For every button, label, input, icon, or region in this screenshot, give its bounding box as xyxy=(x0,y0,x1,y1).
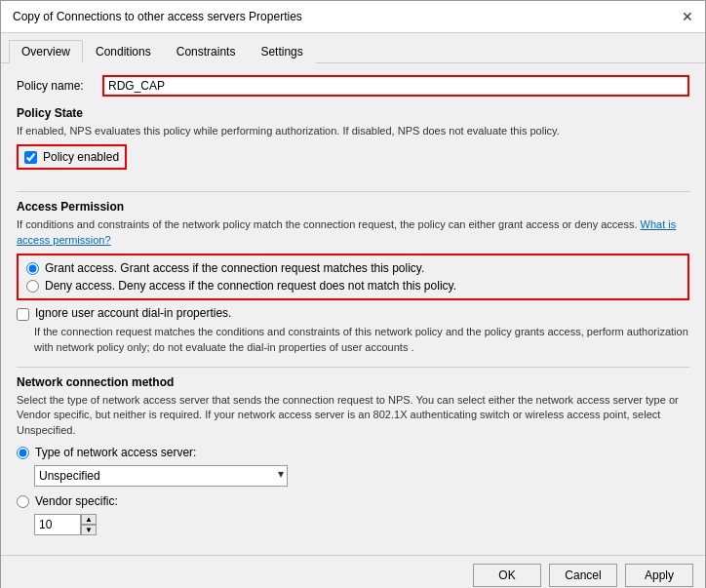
window-title: Copy of Connections to other access serv… xyxy=(13,10,302,23)
type-radio[interactable] xyxy=(17,447,29,459)
tab-conditions[interactable]: Conditions xyxy=(83,40,164,63)
vendor-spinner-wrap: ▲ ▼ xyxy=(34,514,689,535)
tab-settings[interactable]: Settings xyxy=(248,40,315,63)
deny-access-label[interactable]: Deny access. Deny access if the connecti… xyxy=(45,279,456,293)
ignore-dial-label[interactable]: Ignore user account dial-in properties. xyxy=(35,306,231,320)
policy-enabled-checkbox-wrapper: Policy enabled xyxy=(17,144,127,170)
policy-name-row: Policy name: xyxy=(17,75,689,97)
network-section: Network connection method Select the typ… xyxy=(17,375,689,535)
type-select-wrap: Unspecified xyxy=(34,465,689,487)
policy-state-desc: If enabled, NPS evaluates this policy wh… xyxy=(17,124,689,138)
policy-name-label: Policy name: xyxy=(17,79,95,93)
vendor-spinner-down[interactable]: ▼ xyxy=(81,525,97,535)
deny-access-row: Deny access. Deny access if the connecti… xyxy=(26,279,680,293)
access-permission-title: Access Permission xyxy=(17,200,689,214)
main-window: Copy of Connections to other access serv… xyxy=(0,0,706,588)
grant-access-label[interactable]: Grant access. Grant access if the connec… xyxy=(45,261,424,275)
vendor-spinner-input[interactable] xyxy=(34,514,81,535)
deny-access-radio[interactable] xyxy=(26,280,39,293)
vendor-spinner-buttons: ▲ ▼ xyxy=(81,514,97,535)
grant-access-row: Grant access. Grant access if the connec… xyxy=(26,261,680,275)
tab-bar: Overview Conditions Constraints Settings xyxy=(1,33,705,63)
content-area: Policy name: Policy State If enabled, NP… xyxy=(1,63,705,555)
type-select-wrapper: Unspecified xyxy=(34,465,288,487)
divider-2 xyxy=(17,367,689,368)
close-button[interactable]: ✕ xyxy=(682,9,693,24)
vendor-radio-row: Vendor specific: xyxy=(17,494,689,508)
type-radio-row: Type of network access server: xyxy=(17,446,689,459)
access-permission-section: Access Permission If conditions and cons… xyxy=(17,200,689,355)
access-radio-group: Grant access. Grant access if the connec… xyxy=(17,254,689,300)
tab-constraints[interactable]: Constraints xyxy=(164,40,249,63)
ignore-dial-desc: If the connection request matches the co… xyxy=(34,325,689,355)
vendor-radio[interactable] xyxy=(17,495,29,508)
type-select[interactable]: Unspecified xyxy=(34,465,288,487)
network-section-title: Network connection method xyxy=(17,375,689,389)
policy-state-title: Policy State xyxy=(17,106,689,120)
footer: OK Cancel Apply xyxy=(1,555,705,588)
access-permission-desc: If conditions and constraints of the net… xyxy=(17,217,689,248)
policy-state-section: Policy State If enabled, NPS evaluates t… xyxy=(17,106,689,179)
policy-enabled-checkbox[interactable] xyxy=(24,151,37,164)
policy-enabled-label[interactable]: Policy enabled xyxy=(43,150,119,164)
tab-overview[interactable]: Overview xyxy=(9,40,83,63)
ignore-dial-checkbox[interactable] xyxy=(17,308,29,321)
cancel-button[interactable]: Cancel xyxy=(549,564,617,587)
vendor-radio-label[interactable]: Vendor specific: xyxy=(35,494,118,508)
ignore-row: Ignore user account dial-in properties. xyxy=(17,306,689,321)
type-radio-label[interactable]: Type of network access server: xyxy=(35,446,196,459)
divider-1 xyxy=(17,191,689,192)
apply-button[interactable]: Apply xyxy=(625,564,693,587)
grant-access-radio[interactable] xyxy=(26,262,39,275)
ok-button[interactable]: OK xyxy=(473,564,541,587)
title-bar: Copy of Connections to other access serv… xyxy=(1,1,705,33)
network-section-desc: Select the type of network access server… xyxy=(17,393,689,438)
vendor-spinner-up[interactable]: ▲ xyxy=(81,514,97,525)
policy-name-input[interactable] xyxy=(102,75,689,97)
